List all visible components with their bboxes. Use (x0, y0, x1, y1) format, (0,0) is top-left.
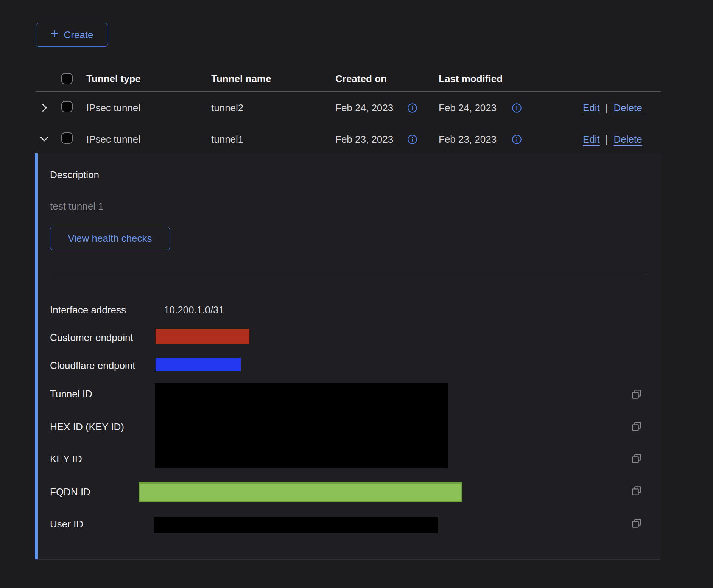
plus-icon (50, 29, 59, 41)
created-on-cell: Feb 23, 2023 (335, 133, 393, 145)
description-label: Description (50, 169, 99, 181)
copy-icon[interactable] (630, 485, 643, 497)
cloudflare-endpoint-redaction (156, 358, 241, 371)
row-divider (36, 123, 661, 123)
field-label-cloudflare-endpoint: Cloudflare endpoint (50, 359, 135, 372)
delete-link[interactable]: Delete (614, 133, 642, 145)
field-label-hex-id: HEX ID (KEY ID) (50, 421, 124, 433)
tunnel-type-cell: IPsec tunnel (86, 133, 140, 145)
field-label-user-id: User ID (50, 518, 83, 530)
column-header-tunnel-name: Tunnel name (211, 73, 271, 85)
description-value: test tunnel 1 (50, 200, 104, 212)
expand-chevron-right-icon[interactable] (39, 102, 50, 114)
column-header-tunnel-type: Tunnel type (86, 73, 141, 85)
action-separator: | (606, 133, 608, 145)
copy-icon[interactable] (630, 420, 643, 432)
column-header-last-modified: Last modified (439, 73, 503, 85)
last-modified-cell: Feb 23, 2023 (439, 133, 497, 145)
info-icon[interactable] (512, 134, 522, 145)
select-all-checkbox[interactable] (61, 73, 73, 84)
copy-icon[interactable] (630, 388, 643, 400)
created-on-cell: Feb 24, 2023 (335, 102, 393, 114)
edit-link[interactable]: Edit (583, 102, 600, 114)
view-health-checks-button[interactable]: View health checks (50, 227, 170, 250)
action-separator: | (606, 102, 608, 114)
header-divider (36, 91, 661, 92)
copy-icon[interactable] (630, 517, 643, 529)
user-id-redaction (154, 517, 438, 533)
tunnel-name-cell: tunnel1 (211, 133, 243, 145)
field-label-interface-address: Interface address (50, 304, 126, 316)
delete-link[interactable]: Delete (614, 102, 642, 114)
tunnels-page: Create Tunnel type Tunnel name Created o… (0, 0, 713, 588)
copy-icon[interactable] (630, 453, 643, 465)
tunnel-name-cell: tunnel2 (211, 102, 243, 114)
tunnel-type-cell: IPsec tunnel (86, 102, 140, 114)
field-label-tunnel-id: Tunnel ID (50, 388, 92, 400)
create-button-label: Create (64, 29, 93, 41)
fqdn-id-redaction (139, 482, 462, 502)
panel-bottom-divider (35, 559, 661, 560)
info-icon[interactable] (407, 103, 417, 113)
field-label-key-id: KEY ID (50, 453, 82, 465)
collapse-chevron-down-icon[interactable] (39, 133, 50, 145)
ids-redaction (155, 383, 448, 468)
info-icon[interactable] (512, 103, 522, 113)
section-divider (50, 274, 646, 274)
last-modified-cell: Feb 24, 2023 (439, 102, 497, 114)
field-value-interface-address: 10.200.1.0/31 (164, 304, 224, 316)
expanded-row-accent-bar (35, 153, 38, 559)
field-label-customer-endpoint: Customer endpoint (50, 331, 133, 344)
edit-link[interactable]: Edit (583, 133, 600, 145)
info-icon[interactable] (407, 134, 417, 145)
row-checkbox[interactable] (61, 132, 73, 144)
customer-endpoint-redaction (156, 329, 249, 344)
create-button[interactable]: Create (36, 23, 108, 47)
column-header-created-on: Created on (335, 73, 387, 85)
field-label-fqdn-id: FQDN ID (50, 486, 90, 498)
row-checkbox[interactable] (61, 101, 73, 112)
